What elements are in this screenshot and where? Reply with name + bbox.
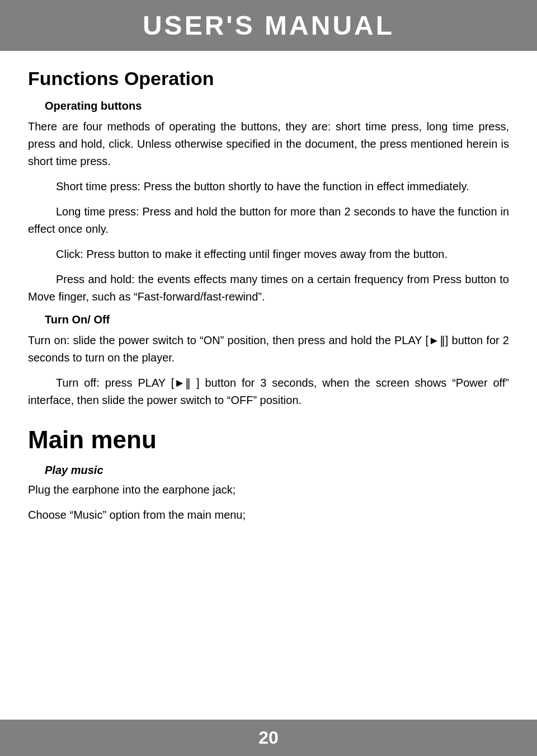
- turn-on-off-para1: Turn on: slide the power switch to “ON” …: [28, 332, 509, 367]
- main-menu-title: Main menu: [28, 426, 509, 454]
- turn-on-off-section: Turn On/ Off Turn on: slide the power sw…: [28, 313, 509, 409]
- operating-buttons-section: Operating buttons There are four methods…: [28, 100, 509, 306]
- operating-buttons-para2: Short time press: Press the button short…: [28, 178, 509, 195]
- turn-on-off-para2: Turn off: press PLAY [►‖ ] button for 3 …: [28, 374, 509, 409]
- operating-buttons-para1: There are four methods of operating the …: [28, 118, 509, 170]
- header-bar: USER'S MANUAL: [0, 0, 537, 51]
- operating-buttons-para5: Press and hold: the events effects many …: [28, 271, 509, 306]
- operating-buttons-subtitle: Operating buttons: [45, 100, 509, 112]
- main-content: Functions Operation Operating buttons Th…: [0, 51, 537, 720]
- operating-buttons-para3: Long time press: Press and hold the butt…: [28, 203, 509, 238]
- page-number: 20: [258, 727, 279, 748]
- footer-bar: 20: [0, 720, 537, 756]
- functions-operation-title: Functions Operation: [28, 68, 509, 90]
- play-music-para2: Choose “Music” option from the main menu…: [28, 506, 509, 524]
- header-title: USER'S MANUAL: [143, 11, 394, 40]
- main-menu-section: Main menu Play music Plug the earphone i…: [28, 426, 509, 524]
- operating-buttons-para4: Click: Press button to make it effecting…: [28, 246, 509, 263]
- turn-on-off-subtitle: Turn On/ Off: [45, 313, 509, 326]
- play-music-para1: Plug the earphone into the earphone jack…: [28, 481, 509, 499]
- play-music-section: Play music Plug the earphone into the ea…: [28, 464, 509, 524]
- play-music-subtitle: Play music: [45, 464, 509, 477]
